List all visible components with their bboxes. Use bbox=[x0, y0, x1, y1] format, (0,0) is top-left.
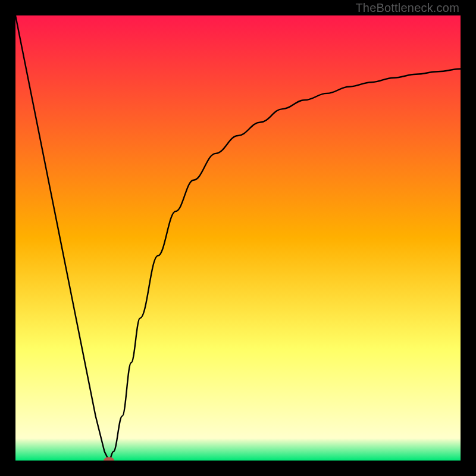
gradient-background bbox=[15, 15, 461, 461]
plot-area bbox=[15, 15, 461, 461]
chart-frame: TheBottleneck.com bbox=[0, 0, 476, 476]
watermark-text: TheBottleneck.com bbox=[355, 1, 459, 15]
bottleneck-chart bbox=[15, 15, 461, 461]
